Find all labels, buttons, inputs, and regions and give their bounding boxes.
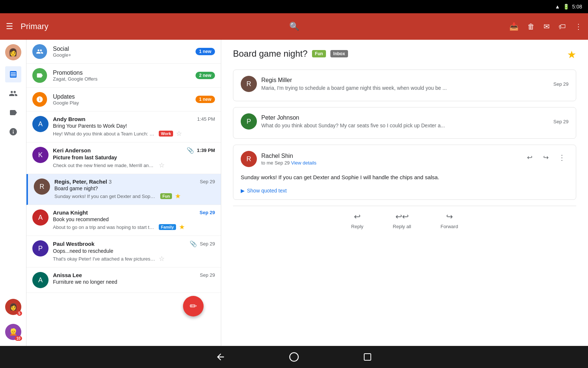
paul-subject: Oops...need to reschedule [53,248,215,254]
paul-content: Paul Westbrook 📎 Sep 29 Oops...need to r… [53,240,215,263]
menu-button[interactable]: ☰ [6,22,13,31]
aruna-star[interactable]: ★ [179,223,185,231]
regis-thread-star[interactable]: ★ [175,192,181,200]
aruna-avatar: A [32,209,49,226]
regis-msg-preview: Maria, I'm trying to schedule a board ga… [261,85,447,91]
category-promotions[interactable]: Promotions Zagat, Google Offers 2 new [26,64,221,88]
updates-sub: Google Play [53,100,190,106]
keri-time: 1:39 PM [197,148,215,153]
more-button[interactable]: ⋮ [575,22,582,31]
reply-all-button[interactable]: ↩↩ Reply all [393,212,411,229]
andy-avatar: A [32,116,49,132]
updates-name: Updates [53,93,190,100]
category-updates[interactable]: Updates Google Play 1 new [26,88,221,112]
nav-info[interactable] [5,124,21,140]
regis-msg-info: R Regis Miller Maria, I'm trying to sche… [241,76,447,92]
reply-all-label: Reply all [393,224,411,229]
reply-icon: ↩ [354,212,361,222]
rachel-sender: Rachel Shin [261,153,316,159]
bottom-nav-bar [0,346,588,368]
forward-button[interactable]: ↪ Forward [441,212,458,229]
chevron-right-icon: ▶ [241,188,245,194]
keri-star[interactable]: ☆ [159,161,165,169]
compose-icon: ✏ [190,301,197,311]
avatar-badge-10[interactable]: 👱 10 [5,324,21,340]
badge-5: 5 [17,311,22,316]
message-peter[interactable]: P Peter Johnson What do you think about … [233,107,576,139]
email-row-paul[interactable]: P Paul Westbrook 📎 Sep 29 Oops...need to… [26,236,221,268]
aruna-sender: Aruna Knight [53,209,88,216]
social-sub: Google+ [53,52,190,58]
nav-inbox[interactable] [5,66,21,82]
peter-msg-info: P Peter Johnson What do you think about … [241,113,445,130]
email-row-andy[interactable]: A Andy Brown 1:45 PM Bring Your Parents … [26,112,221,142]
paul-avatar: P [32,240,49,256]
reply-label: Reply [351,224,363,229]
updates-badge: 1 new [196,96,215,103]
category-social[interactable]: Social Google+ 1 new [26,40,221,64]
rachel-to: to me [261,160,273,166]
archive-button[interactable]: 📥 [509,22,519,31]
nav-labels[interactable] [5,105,21,121]
regis-msg-avatar: R [241,76,257,92]
peter-msg-avatar: P [241,113,257,130]
user-avatar[interactable]: 👩 [5,44,21,60]
promotions-info: Promotions Zagat, Google Offers [53,70,190,82]
time-display: 5:08 [572,4,582,10]
forward-icon: ↪ [446,212,453,222]
rachel-more-button[interactable]: ⋮ [555,151,569,164]
keri-subject: Picture from last Saturday [53,155,215,160]
show-quoted-label: Show quoted text [247,188,287,194]
detail-subject: Board game night? [233,49,308,59]
paul-sender: Paul Westbrook [53,241,94,247]
email-row-keri[interactable]: K Keri Anderson 📎 1:39 PM Picture from l… [26,142,221,174]
regis-thread-time: Sep 29 [200,179,215,184]
rachel-forward-button[interactable]: ↪ [539,151,552,164]
label-button[interactable]: 🏷 [559,22,566,31]
recents-button[interactable] [360,350,375,364]
compose-fab[interactable]: ✏ [183,296,204,316]
aruna-preview: About to go on a trip and was hoping to … [53,224,156,230]
detail-star[interactable]: ★ [567,49,576,61]
detail-label-fun[interactable]: Fun [312,50,326,57]
peter-msg-preview: What do you think about Sunday? My car s… [261,123,445,128]
home-button[interactable] [287,350,301,364]
mail-button[interactable]: ✉ [544,22,550,31]
rachel-actions: ↩ ↪ ⋮ [523,151,569,164]
regis-thread-content: Regis, Peter, Rachel 3 Sep 29 Board game… [54,178,215,200]
search-button[interactable]: 🔍 [289,22,299,31]
avatar-badge-5[interactable]: 👩 5 [5,299,21,315]
email-row-regis-thread[interactable]: R Regis, Peter, Rachel 3 Sep 29 Board ga… [26,174,221,205]
message-regis[interactable]: R Regis Miller Maria, I'm trying to sche… [233,70,576,101]
delete-button[interactable]: 🗑 [527,22,535,31]
andy-tag: Work [159,131,173,137]
reply-bar: ↩ Reply ↩↩ Reply all ↪ Forward [233,206,576,235]
aruna-subject: Book you recommended [53,216,215,222]
rachel-avatar: R [241,151,257,167]
show-quoted-text[interactable]: ▶ Show quoted text [241,188,569,194]
email-row-aruna[interactable]: A Aruna Knight Sep 29 Book you recommend… [26,205,221,236]
aruna-time: Sep 29 [200,210,215,215]
promotions-name: Promotions [53,70,190,76]
social-badge: 1 new [196,48,215,55]
anissa-time: Sep 29 [200,272,215,278]
nav-people[interactable] [5,85,21,102]
rachel-view-details[interactable]: View details [291,160,316,166]
back-button[interactable] [213,350,228,364]
rachel-sender-info: R Rachel Shin to me Sep 29 View details [241,151,316,167]
rachel-reply-button[interactable]: ↩ [523,151,536,164]
badge-10: 10 [15,336,22,341]
social-icon [32,44,47,59]
rachel-date: Sep 29 [275,160,290,166]
reply-button[interactable]: ↩ Reply [351,212,363,229]
social-name: Social [53,46,190,52]
regis-msg-date: Sep 29 [553,81,569,87]
main-layout: 👩 👩 5 👱 10 [0,40,588,346]
promo-icon [32,68,47,83]
anissa-content: Anissa Lee Sep 29 Furniture we no longer… [53,272,215,286]
andy-star[interactable]: ☆ [176,130,182,138]
detail-label-inbox[interactable]: Inbox [330,50,348,57]
email-row-anissa[interactable]: A Anissa Lee Sep 29 Furniture we no long… [26,268,221,293]
paul-star[interactable]: ☆ [159,255,165,263]
wifi-icon: ▲ [555,4,560,10]
